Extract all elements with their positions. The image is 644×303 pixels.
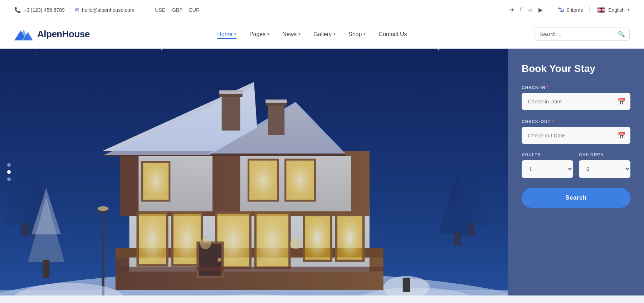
language-text: English — [608, 7, 625, 13]
slider-dot-2[interactable] — [7, 170, 11, 174]
slider-dot-3[interactable] — [7, 177, 11, 181]
tripadvisor-icon[interactable]: ✈ — [510, 6, 514, 13]
checkin-label: CHECK-IN* — [522, 84, 630, 90]
email-item[interactable]: ✉ hello@alpenhouse.com — [75, 7, 135, 13]
logo[interactable]: AlpenHouse — [14, 27, 90, 42]
currency-selector: USD GBP EUR — [155, 7, 200, 13]
cart-icon: 🛍 — [557, 6, 564, 14]
youtube-icon[interactable]: ▶ — [538, 6, 543, 13]
chevron-down-icon: ▾ — [628, 8, 630, 12]
header: AlpenHouse Home ▾ Pages ▾ News ▾ Gallery… — [0, 20, 644, 49]
currency-eur[interactable]: EUR — [189, 7, 200, 13]
instagram-icon[interactable]: ☼ — [527, 7, 533, 13]
checkout-input-wrap: 📅 — [522, 127, 630, 144]
nav-gallery[interactable]: Gallery ▾ — [313, 30, 336, 39]
phone-item[interactable]: 📞 +3 (123) 456 6789 — [14, 7, 65, 13]
hero-section: Book Your Stay CHECK-IN* 📅 CHECK-OUT* 📅 … — [0, 49, 644, 295]
chevron-down-icon: ▾ — [234, 32, 236, 36]
topbar: 📞 +3 (123) 456 6789 ✉ hello@alpenhouse.c… — [0, 0, 644, 20]
required-star: * — [546, 84, 548, 90]
currency-gbp[interactable]: GBP — [172, 7, 183, 13]
phone-text: +3 (123) 456 6789 — [24, 7, 65, 13]
adults-col: ADULTS 1 2 3 4 5 — [522, 152, 573, 178]
booking-title: Book Your Stay — [522, 63, 630, 74]
search-booking-button[interactable]: Search — [522, 188, 630, 208]
chevron-down-icon: ▾ — [267, 32, 269, 36]
topbar-right: ✈ f ☼ ▶ 🛍 0 items English ▾ — [510, 6, 630, 14]
children-select[interactable]: 0 1 2 3 4 — [579, 160, 630, 178]
search-icon: 🔍 — [618, 31, 625, 37]
nav-contact[interactable]: Contact Us — [379, 30, 407, 39]
email-icon: ✉ — [75, 7, 79, 13]
guests-row: ADULTS 1 2 3 4 5 CHILDREN 0 1 2 3 4 — [522, 152, 630, 178]
search-input[interactable] — [535, 29, 614, 40]
nav-shop[interactable]: Shop ▾ — [348, 30, 366, 39]
flag-uk-icon — [597, 8, 605, 13]
email-text: hello@alpenhouse.com — [82, 7, 135, 13]
main-nav: Home ▾ Pages ▾ News ▾ Gallery ▾ Shop ▾ C… — [217, 30, 407, 39]
topbar-left: 📞 +3 (123) 456 6789 ✉ hello@alpenhouse.c… — [14, 7, 200, 13]
chevron-down-icon: ▾ — [298, 32, 301, 36]
booking-panel: Book Your Stay CHECK-IN* 📅 CHECK-OUT* 📅 … — [508, 49, 644, 295]
adults-label: ADULTS — [522, 152, 573, 157]
facebook-icon[interactable]: f — [520, 7, 522, 13]
adults-select[interactable]: 1 2 3 4 5 — [522, 160, 573, 178]
required-star-2: * — [551, 118, 553, 124]
checkout-input[interactable] — [522, 127, 630, 144]
currency-usd[interactable]: USD — [155, 7, 166, 13]
search-button-icon[interactable]: 🔍 — [614, 28, 629, 40]
cart-label: 0 items — [567, 7, 583, 13]
chevron-down-icon: ▾ — [364, 32, 366, 36]
nav-news[interactable]: News ▾ — [282, 30, 301, 39]
header-search: 🔍 — [535, 28, 630, 41]
social-icons: ✈ f ☼ ▶ — [510, 6, 543, 13]
logo-icon — [14, 27, 33, 42]
language-selector[interactable]: English ▾ — [597, 7, 630, 13]
hero-image — [0, 49, 508, 295]
children-col: CHILDREN 0 1 2 3 4 — [579, 152, 630, 178]
slider-dot-1[interactable] — [7, 163, 11, 167]
chevron-down-icon: ▾ — [333, 32, 336, 36]
nav-home[interactable]: Home ▾ — [217, 30, 236, 39]
checkin-input-wrap: 📅 — [522, 93, 630, 110]
phone-icon: 📞 — [14, 7, 21, 13]
logo-text: AlpenHouse — [37, 29, 90, 40]
nav-pages[interactable]: Pages ▾ — [249, 30, 269, 39]
checkin-input[interactable] — [522, 93, 630, 110]
children-label: CHILDREN — [579, 152, 630, 157]
svg-rect-89 — [0, 49, 508, 295]
hero-scene — [0, 49, 508, 295]
cart-area[interactable]: 🛍 0 items — [551, 6, 590, 14]
checkout-label: CHECK-OUT* — [522, 118, 630, 124]
slider-dots — [7, 163, 11, 181]
